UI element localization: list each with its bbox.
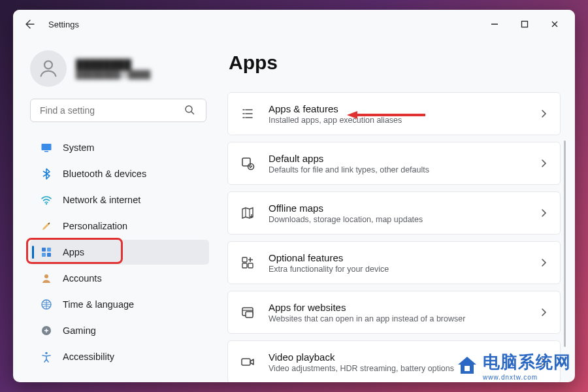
chevron-right-icon — [539, 308, 548, 317]
svg-rect-19 — [242, 263, 247, 268]
optional-features-icon — [240, 255, 255, 270]
watermark-url: www.dnxtw.com — [483, 374, 571, 381]
annotation-arrow — [347, 110, 425, 120]
svg-point-10 — [44, 274, 48, 278]
search-wrap — [30, 99, 209, 122]
account-block[interactable]: ████████ ████████@████ — [30, 50, 209, 87]
sidebar-item-personalization[interactable]: Personalization — [30, 214, 209, 238]
sidebar-item-label: Accounts — [63, 273, 102, 284]
window-controls — [480, 14, 570, 35]
chevron-right-icon — [539, 109, 548, 118]
page-title: Apps — [229, 52, 561, 74]
video-icon — [240, 354, 255, 370]
paintbrush-icon — [41, 220, 52, 232]
monitor-icon — [41, 142, 52, 154]
card-optional-features[interactable]: Optional features Extra functionality fo… — [227, 241, 561, 284]
svg-rect-0 — [522, 22, 528, 27]
svg-rect-7 — [47, 248, 51, 252]
person-icon — [37, 57, 59, 80]
sidebar-item-label: Time & language — [63, 299, 134, 310]
svg-marker-24 — [458, 357, 476, 374]
nav-list: System Bluetooth & devices Network & int… — [30, 135, 209, 369]
sidebar-item-system[interactable]: System — [30, 135, 209, 160]
bluetooth-icon — [41, 168, 52, 180]
sidebar-item-bluetooth[interactable]: Bluetooth & devices — [30, 161, 209, 186]
sidebar-item-accounts[interactable]: Accounts — [30, 266, 209, 291]
svg-point-2 — [186, 106, 192, 112]
svg-rect-4 — [44, 151, 48, 152]
card-title: Default apps — [269, 153, 539, 164]
gaming-icon — [41, 325, 52, 336]
sidebar-item-apps[interactable]: Apps — [30, 240, 209, 265]
svg-rect-23 — [242, 359, 250, 365]
svg-rect-8 — [42, 253, 46, 257]
card-apps-websites[interactable]: Apps for websites Websites that can open… — [227, 291, 561, 334]
sidebar-item-network[interactable]: Network & internet — [30, 188, 209, 212]
card-desc: Extra functionality for your device — [269, 265, 539, 274]
sidebar-item-label: Accessibility — [63, 351, 114, 362]
svg-rect-3 — [42, 144, 52, 150]
sidebar-item-label: Personalization — [63, 221, 127, 231]
account-email: ████████@████ — [76, 70, 150, 79]
card-desc: Downloads, storage location, map updates — [269, 215, 539, 224]
title-bar: Settings — [13, 10, 575, 39]
chevron-right-icon — [539, 258, 548, 267]
card-title: Apps for websites — [269, 302, 539, 313]
svg-point-13 — [45, 352, 48, 355]
search-icon — [184, 105, 195, 115]
svg-rect-9 — [47, 253, 51, 257]
accessibility-icon — [41, 351, 52, 363]
sidebar: ████████ ████████@████ System — [13, 39, 216, 382]
main-panel: Apps Apps & features Installed apps, app… — [216, 39, 575, 382]
list-icon — [240, 106, 255, 122]
sidebar-item-label: Network & internet — [63, 195, 140, 205]
card-title: Optional features — [269, 252, 539, 263]
house-icon — [455, 354, 479, 378]
search-input[interactable] — [30, 99, 206, 122]
account-text: ████████ ████████@████ — [76, 59, 150, 79]
card-default-apps[interactable]: Default apps Defaults for file and link … — [227, 142, 561, 185]
card-apps-features[interactable]: Apps & features Installed apps, app exec… — [227, 92, 561, 135]
svg-marker-15 — [347, 111, 357, 119]
back-button[interactable] — [21, 15, 39, 33]
account-name: ████████ — [76, 59, 150, 70]
default-apps-icon — [240, 155, 255, 171]
watermark-text: 电脑系统网 — [483, 351, 571, 374]
svg-rect-22 — [246, 312, 253, 318]
maximize-button[interactable] — [510, 14, 540, 35]
card-desc: Defaults for file and link types, other … — [269, 165, 539, 174]
svg-rect-6 — [42, 248, 46, 252]
card-offline-maps[interactable]: Offline maps Downloads, storage location… — [227, 191, 561, 235]
svg-rect-20 — [248, 263, 253, 268]
svg-rect-25 — [465, 366, 470, 371]
close-icon — [551, 20, 559, 28]
minimize-button[interactable] — [480, 14, 510, 35]
chevron-right-icon — [539, 159, 548, 168]
globe-clock-icon — [41, 299, 52, 310]
accounts-icon — [41, 272, 52, 284]
sidebar-item-label: Bluetooth & devices — [63, 169, 146, 179]
minimize-icon — [491, 20, 498, 28]
window-title: Settings — [48, 20, 79, 29]
close-button[interactable] — [540, 14, 570, 35]
settings-card-list: Apps & features Installed apps, app exec… — [227, 92, 561, 382]
sidebar-item-time[interactable]: Time & language — [30, 292, 209, 317]
chevron-right-icon — [539, 208, 548, 218]
map-icon — [240, 205, 255, 221]
svg-point-1 — [44, 61, 52, 69]
apps-websites-icon — [240, 304, 255, 320]
sidebar-item-accessibility[interactable]: Accessibility — [30, 344, 209, 369]
card-title: Offline maps — [269, 203, 539, 214]
watermark: 电脑系统网 www.dnxtw.com — [455, 351, 571, 381]
sidebar-item-gaming[interactable]: Gaming — [30, 318, 209, 343]
sidebar-item-label: System — [63, 142, 94, 153]
apps-icon — [41, 246, 52, 258]
settings-window: Settings ███ — [13, 10, 575, 382]
back-arrow-icon — [25, 19, 35, 29]
maximize-icon — [521, 20, 529, 28]
svg-rect-18 — [242, 257, 247, 262]
sidebar-item-label: Gaming — [63, 325, 96, 336]
svg-point-5 — [46, 203, 47, 204]
sidebar-item-label: Apps — [63, 247, 84, 257]
wifi-icon — [41, 194, 52, 206]
